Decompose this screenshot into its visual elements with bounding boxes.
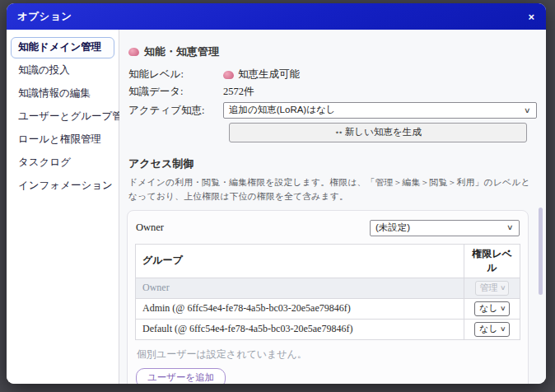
generate-wisdom-button[interactable]: ⋆⋆ 新しい知恵を生成 [229,123,527,142]
generate-wisdom-label: 新しい知恵を生成 [345,126,422,138]
group-column-header: グループ [136,244,464,278]
knowledge-data-label: 知識データ: [128,85,223,99]
group-name: Admin (@ 6ffc54e4-fe78-4a5b-bc03-20e5ae7… [136,298,464,319]
close-icon[interactable]: × [528,12,534,22]
chevron-down-icon: ∨ [500,284,506,292]
knowledge-data-row: 知識データ: 2572件 [128,85,537,99]
options-content: 知能・知恵管理 知能レベル: 知恵生成可能 知識データ: 2572件 アクティブ… [119,30,546,384]
admin-level-select[interactable]: なし ∨ [474,301,509,316]
owner-row: Owner (未設定) ∨ [136,220,520,236]
active-wisdom-label: アクティブ知恵: [128,104,223,118]
chevron-down-icon: ∨ [524,106,531,114]
add-user-button[interactable]: ユーザーを追加 [136,368,226,384]
dialog-titlebar: オプション × [7,3,546,30]
sparkles-icon: ⋆⋆ [334,128,342,137]
sidebar-item-task-log[interactable]: タスクログ [11,152,114,174]
active-wisdom-select[interactable]: 追加の知恵(LoRA)はなし ∨ [223,102,537,119]
modal-backdrop: オプション × 知能ドメイン管理 知識の投入 知識情報の編集 ユーザーとグループ… [0,0,555,392]
sidebar-item-roles-permissions[interactable]: ロールと権限管理 [11,129,114,151]
dialog-title: オプション [17,10,72,24]
group-name: Default (@ 6ffc54e4-fe78-4a5b-bc03-20e5a… [136,319,464,339]
owner-selected-option: (未設定) [375,222,410,234]
no-individual-users-note: 個別ユーザーは設定されていません。 [137,348,519,362]
owner-level-value: 管理 [480,282,498,294]
default-level-select[interactable]: なし ∨ [474,322,509,337]
scrollbar-thumb[interactable] [539,208,543,295]
acl-description: ドメインの利用・閲覧・編集権限を設定します。権限は、「管理＞編集＞閲覧＞利用」の… [128,175,535,204]
chevron-down-icon: ∨ [506,223,514,231]
sidebar-item-information[interactable]: インフォメーション [11,175,114,197]
active-wisdom-selected-option: 追加の知恵(LoRA)はなし [229,104,336,116]
group-name: Owner [136,278,464,298]
level-column-header: 権限レベル [464,244,520,278]
table-row-admin: Admin (@ 6ffc54e4-fe78-4a5b-bc03-20e5ae7… [136,298,520,319]
sidebar-item-knowledge-input[interactable]: 知識の投入 [11,60,114,82]
owner-select[interactable]: (未設定) ∨ [370,220,520,236]
active-wisdom-value: 追加の知恵(LoRA)はなし ∨ [223,102,537,119]
options-dialog: オプション × 知能ドメイン管理 知識の投入 知識情報の編集 ユーザーとグループ… [7,3,546,384]
table-row-owner: Owner 管理 ∨ [136,278,520,298]
knowledge-level-label: 知能レベル: [128,68,223,82]
chevron-down-icon: ∨ [500,325,506,333]
knowledge-level-row: 知能レベル: 知恵生成可能 [128,68,537,82]
sidebar-item-knowledge-edit[interactable]: 知識情報の編集 [11,83,114,105]
knowledge-level-text: 知恵生成可能 [238,68,300,82]
knowledge-data-value: 2572件 [223,85,254,99]
default-level-value: なし [479,323,498,335]
brain-icon [223,71,234,79]
chevron-down-icon: ∨ [500,305,506,312]
sidebar-item-users-groups[interactable]: ユーザーとグループ管理 [11,106,114,128]
table-row-default: Default (@ 6ffc54e4-fe78-4a5b-bc03-20e5a… [136,319,520,339]
sidebar-item-domain-management[interactable]: 知能ドメイン管理 [11,37,114,58]
sidebar: 知能ドメイン管理 知識の投入 知識情報の編集 ユーザーとグループ管理 ロールと権… [7,30,119,384]
brain-icon [128,48,139,56]
group-permission-table: グループ 権限レベル Owner 管理 ∨ [135,244,520,340]
acl-section-title: アクセス制御 [128,156,537,171]
acl-panel: Owner (未設定) ∨ グループ 権限レベル Owner [127,210,529,384]
knowledge-section-header: 知能・知恵管理 [128,44,537,59]
owner-label: Owner [136,222,164,234]
generate-row: ⋆⋆ 新しい知恵を生成 [229,123,529,142]
admin-level-value: なし [479,302,498,315]
active-wisdom-row: アクティブ知恵: 追加の知恵(LoRA)はなし ∨ [128,102,537,119]
knowledge-section-title: 知能・知恵管理 [144,44,219,59]
table-header-row: グループ 権限レベル [136,244,520,278]
owner-level-select: 管理 ∨ [475,281,510,296]
knowledge-level-value: 知恵生成可能 [223,68,300,82]
